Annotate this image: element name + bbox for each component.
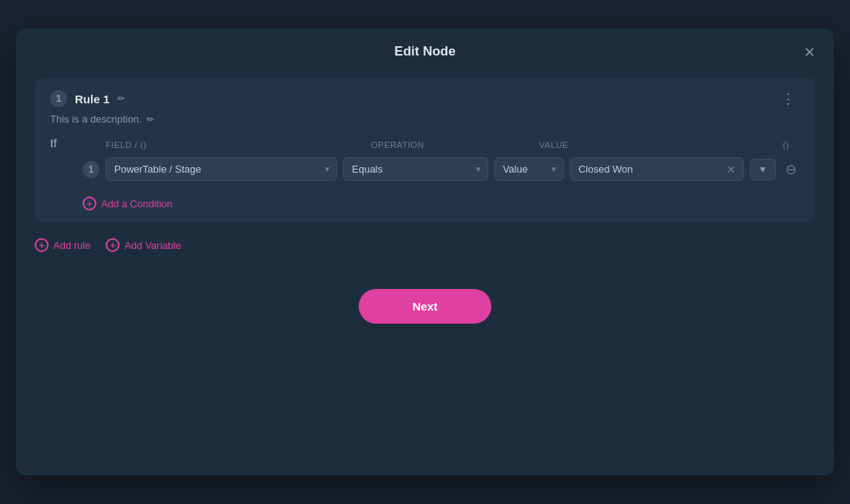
operation-select-wrapper: Equals ▼ bbox=[343, 157, 488, 181]
add-condition-icon: + bbox=[83, 197, 96, 210]
operation-header: Operation bbox=[371, 140, 533, 150]
value-type-select[interactable]: Value bbox=[494, 157, 564, 181]
clear-value-button[interactable]: ✕ bbox=[725, 163, 737, 176]
value-dropdown-button[interactable]: ▼ bbox=[750, 159, 776, 180]
add-condition-label: Add a Condition bbox=[101, 198, 173, 210]
operation-select[interactable]: Equals bbox=[343, 157, 488, 181]
rule-card: 1 Rule 1 ✏ ⋮ This is a description. ✏ If… bbox=[35, 78, 815, 223]
condition-content: If FIELD / () Operation Value () 1 bbox=[50, 137, 800, 210]
close-button[interactable]: ✕ bbox=[801, 42, 818, 62]
modal-header: Edit Node ✕ bbox=[16, 29, 834, 72]
condition-number: 1 bbox=[83, 161, 100, 178]
next-button[interactable]: Next bbox=[359, 289, 492, 324]
remove-condition-button[interactable]: ⊖ bbox=[782, 160, 800, 180]
modal-title: Edit Node bbox=[394, 44, 455, 59]
value-type-select-wrapper: Value ▼ bbox=[494, 157, 564, 181]
rule-more-button[interactable]: ⋮ bbox=[777, 90, 800, 107]
add-condition-button[interactable]: + Add a Condition bbox=[83, 197, 173, 210]
rule-description: This is a description. ✏ bbox=[50, 113, 800, 125]
add-variable-icon: + bbox=[106, 238, 120, 252]
value-header: Value bbox=[539, 140, 766, 150]
add-variable-label: Add Variable bbox=[124, 240, 180, 251]
rule-header-left: 1 Rule 1 ✏ bbox=[50, 90, 125, 107]
field-header: FIELD / () bbox=[106, 140, 365, 150]
rule-badge: 1 bbox=[50, 90, 67, 107]
rule-name-edit-icon[interactable]: ✏ bbox=[117, 93, 125, 104]
rule-name: Rule 1 bbox=[75, 92, 110, 106]
parens-header: () bbox=[772, 140, 800, 150]
rule-description-edit-icon[interactable]: ✏ bbox=[147, 114, 154, 125]
add-variable-button[interactable]: + Add Variable bbox=[106, 238, 180, 252]
edit-node-modal: Edit Node ✕ 1 Rule 1 ✏ ⋮ This is a descr… bbox=[16, 29, 834, 475]
add-rule-icon: + bbox=[35, 238, 49, 252]
if-label: If bbox=[50, 137, 73, 150]
modal-body: 1 Rule 1 ✏ ⋮ This is a description. ✏ If… bbox=[16, 72, 834, 270]
add-rule-button[interactable]: + Add rule bbox=[35, 238, 90, 252]
add-rule-label: Add rule bbox=[53, 240, 90, 251]
value-input[interactable] bbox=[570, 157, 744, 181]
condition-headers: FIELD / () Operation Value () bbox=[83, 137, 800, 154]
bottom-actions: + Add rule + Add Variable bbox=[35, 238, 815, 252]
modal-footer: Next bbox=[16, 270, 834, 348]
field-select[interactable]: PowerTable / Stage bbox=[106, 157, 337, 181]
condition-row: 1 PowerTable / Stage ▼ Equals bbox=[83, 154, 800, 184]
rule-header: 1 Rule 1 ✏ ⋮ bbox=[50, 90, 800, 107]
value-input-wrapper: ✕ bbox=[570, 157, 744, 181]
field-select-wrapper: PowerTable / Stage ▼ bbox=[106, 157, 337, 181]
